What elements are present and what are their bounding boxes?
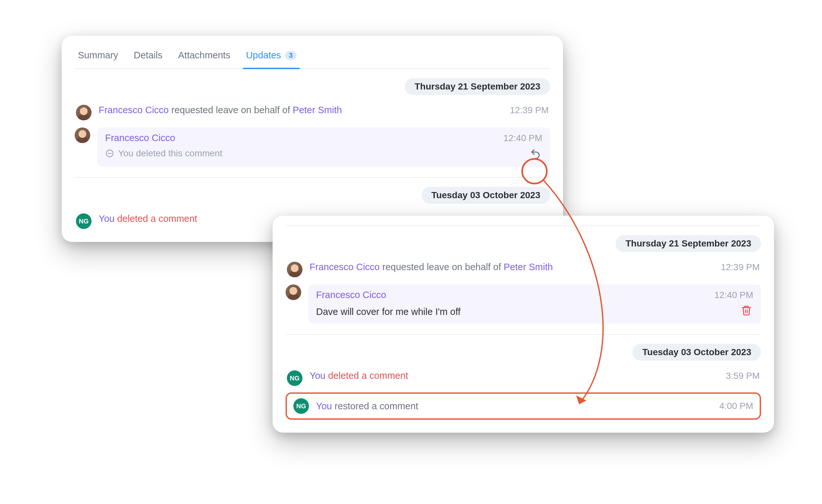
tab-details-label: Details bbox=[134, 50, 162, 61]
you-label: You bbox=[99, 213, 114, 224]
avatar bbox=[286, 284, 301, 300]
date-pill: Tuesday 03 October 2023 bbox=[633, 344, 761, 361]
activity-text: You deleted a comment bbox=[99, 213, 197, 224]
comment-author[interactable]: Francesco Cicco bbox=[105, 133, 175, 143]
divider bbox=[286, 334, 761, 335]
activity-text: Francesco Cicco requested leave on behal… bbox=[310, 262, 553, 272]
date-row: Tuesday 03 October 2023 bbox=[286, 344, 761, 361]
activity-text: Francesco Cicco requested leave on behal… bbox=[99, 105, 342, 115]
user-link-francesco[interactable]: Francesco Cicco bbox=[99, 105, 169, 115]
activity-entry: NG You deleted a comment 3:59 PM bbox=[286, 370, 761, 386]
date-row: Thursday 21 September 2023 bbox=[75, 78, 550, 95]
avatar bbox=[76, 105, 91, 120]
activity-verb: requested leave on behalf of bbox=[169, 105, 293, 115]
deleted-comment-note: You deleted this comment bbox=[105, 148, 222, 159]
avatar bbox=[75, 127, 90, 143]
user-link-peter[interactable]: Peter Smith bbox=[293, 105, 342, 115]
trash-icon bbox=[741, 305, 752, 316]
tab-updates-count: 3 bbox=[285, 51, 297, 60]
restored-entry-highlight: NG You restored a comment 4:00 PM bbox=[286, 392, 761, 420]
undo-icon bbox=[530, 148, 541, 159]
avatar-initials: NG bbox=[293, 398, 309, 414]
date-row: Tuesday 03 October 2023 bbox=[75, 187, 550, 204]
restored-action: restored a comment bbox=[332, 401, 418, 411]
you-label: You bbox=[316, 401, 332, 411]
deleted-action: deleted a comment bbox=[326, 370, 408, 381]
comment-author[interactable]: Francesco Cicco bbox=[316, 290, 386, 300]
stage: Summary Details Attachments Updates 3 Th… bbox=[13, 13, 811, 493]
date-row: Thursday 21 September 2023 bbox=[286, 235, 761, 252]
comment-card: Francesco Cicco 12:40 PM Dave will cover… bbox=[308, 284, 761, 324]
activity-text: You restored a comment bbox=[316, 401, 418, 412]
timestamp: 3:59 PM bbox=[726, 371, 760, 381]
divider bbox=[75, 177, 550, 178]
timestamp: 12:39 PM bbox=[510, 105, 549, 115]
tab-summary[interactable]: Summary bbox=[78, 45, 118, 68]
date-pill: Thursday 21 September 2023 bbox=[405, 78, 550, 95]
comment-card-deleted: Francesco Cicco 12:40 PM You deleted thi… bbox=[97, 127, 550, 167]
tab-summary-label: Summary bbox=[78, 50, 118, 61]
tab-details[interactable]: Details bbox=[134, 45, 162, 68]
activity-verb: requested leave on behalf of bbox=[380, 262, 504, 272]
activity-text: You deleted a comment bbox=[310, 370, 408, 381]
avatar-initials: NG bbox=[76, 213, 91, 229]
tab-attachments[interactable]: Attachments bbox=[178, 45, 231, 68]
deleted-comment-text: You deleted this comment bbox=[118, 148, 222, 159]
deleted-action: deleted a comment bbox=[114, 213, 197, 224]
tabs: Summary Details Attachments Updates 3 bbox=[75, 45, 550, 69]
timestamp: 12:39 PM bbox=[721, 262, 760, 272]
avatar-initials: NG bbox=[287, 370, 303, 386]
tab-updates[interactable]: Updates 3 bbox=[246, 45, 297, 68]
comment-body: Dave will cover for me while I'm off bbox=[316, 306, 460, 317]
panel-after: Thursday 21 September 2023 Francesco Cic… bbox=[273, 216, 774, 433]
tab-attachments-label: Attachments bbox=[178, 50, 231, 61]
timestamp: 4:00 PM bbox=[720, 401, 753, 411]
comment-block: Francesco Cicco 12:40 PM You deleted thi… bbox=[75, 127, 550, 167]
delete-comment-button[interactable] bbox=[740, 304, 753, 317]
comment-timestamp: 12:40 PM bbox=[503, 133, 542, 143]
user-link-francesco[interactable]: Francesco Cicco bbox=[310, 262, 380, 272]
divider bbox=[286, 225, 761, 226]
activity-entry: Francesco Cicco requested leave on behal… bbox=[286, 262, 761, 277]
tab-updates-label: Updates bbox=[246, 50, 281, 61]
date-pill: Tuesday 03 October 2023 bbox=[422, 187, 550, 204]
minus-circle-icon bbox=[105, 149, 114, 158]
comment-block: Francesco Cicco 12:40 PM Dave will cover… bbox=[286, 284, 761, 324]
comment-timestamp: 12:40 PM bbox=[714, 290, 753, 300]
panel-before: Summary Details Attachments Updates 3 Th… bbox=[62, 36, 563, 242]
date-pill: Thursday 21 September 2023 bbox=[615, 235, 761, 252]
avatar bbox=[287, 262, 303, 277]
you-label: You bbox=[310, 370, 326, 381]
undo-button[interactable] bbox=[529, 147, 542, 160]
activity-entry: Francesco Cicco requested leave on behal… bbox=[75, 105, 550, 120]
user-link-peter[interactable]: Peter Smith bbox=[504, 262, 553, 272]
